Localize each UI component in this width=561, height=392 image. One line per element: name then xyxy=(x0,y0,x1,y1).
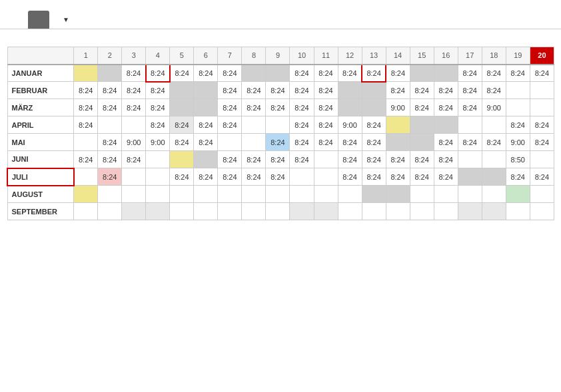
cell-juli-day-15[interactable]: 8:24 xyxy=(410,168,434,186)
cell-august-day-7[interactable] xyxy=(218,186,242,203)
cell-mai-day-1[interactable] xyxy=(74,134,98,151)
cell-februar-day-13[interactable] xyxy=(362,82,386,99)
cell-september-day-7[interactable] xyxy=(218,203,242,220)
cell-märz-day-1[interactable]: 8:24 xyxy=(74,99,98,116)
cell-juni-day-6[interactable] xyxy=(194,151,218,168)
cell-februar-day-11[interactable]: 8:24 xyxy=(314,82,338,99)
cell-august-day-17[interactable] xyxy=(458,186,482,203)
cell-august-day-19[interactable] xyxy=(506,186,530,203)
cell-februar-day-8[interactable]: 8:24 xyxy=(242,82,266,99)
cell-september-day-3[interactable] xyxy=(122,203,146,220)
cell-august-day-20[interactable] xyxy=(530,186,554,203)
cell-april-day-19[interactable]: 8:24 xyxy=(506,116,530,134)
cell-august-day-5[interactable] xyxy=(170,186,194,203)
cell-april-day-18[interactable] xyxy=(482,116,506,134)
cell-februar-day-1[interactable]: 8:24 xyxy=(74,82,98,99)
cell-juli-day-11[interactable] xyxy=(314,168,338,186)
cell-märz-day-18[interactable]: 9:00 xyxy=(482,99,506,116)
cell-januar-day-2[interactable] xyxy=(98,65,122,82)
cell-februar-day-6[interactable] xyxy=(194,82,218,99)
cell-februar-day-10[interactable]: 8:24 xyxy=(290,82,314,99)
cell-märz-day-10[interactable]: 8:24 xyxy=(290,99,314,116)
cell-september-day-5[interactable] xyxy=(170,203,194,220)
cell-september-day-11[interactable] xyxy=(314,203,338,220)
cell-juli-day-16[interactable]: 8:24 xyxy=(434,168,458,186)
cell-juni-day-4[interactable] xyxy=(146,151,170,168)
cell-januar-day-14[interactable]: 8:24 xyxy=(386,65,410,82)
cell-märz-day-7[interactable]: 8:24 xyxy=(218,99,242,116)
cell-januar-day-1[interactable] xyxy=(74,65,98,82)
cell-april-day-2[interactable] xyxy=(98,116,122,134)
cell-januar-day-20[interactable]: 8:24 xyxy=(530,65,554,82)
cell-april-day-12[interactable]: 9:00 xyxy=(338,116,362,134)
cell-mai-day-12[interactable]: 8:24 xyxy=(338,134,362,151)
nav-mein-team[interactable] xyxy=(80,11,101,29)
cell-juli-day-10[interactable] xyxy=(290,168,314,186)
cell-april-day-8[interactable] xyxy=(242,116,266,134)
cell-august-day-15[interactable] xyxy=(410,186,434,203)
nav-information[interactable]: ▼ xyxy=(49,11,80,29)
cell-februar-day-16[interactable]: 8:24 xyxy=(434,82,458,99)
cell-märz-day-19[interactable] xyxy=(506,99,530,116)
cell-juni-day-19[interactable]: 8:50 xyxy=(506,151,530,168)
prev-year-button[interactable] xyxy=(262,39,270,41)
cell-märz-day-8[interactable]: 8:24 xyxy=(242,99,266,116)
cell-juli-day-13[interactable]: 8:24 xyxy=(362,168,386,186)
cell-januar-day-8[interactable] xyxy=(242,65,266,82)
cell-april-day-16[interactable] xyxy=(434,116,458,134)
cell-märz-day-4[interactable]: 8:24 xyxy=(146,99,170,116)
cell-mai-day-15[interactable] xyxy=(410,134,434,151)
cell-april-day-9[interactable] xyxy=(266,116,290,134)
cell-juli-day-18[interactable] xyxy=(482,168,506,186)
cell-april-day-17[interactable] xyxy=(458,116,482,134)
cell-mai-day-16[interactable]: 8:24 xyxy=(434,134,458,151)
cell-juli-day-4[interactable] xyxy=(146,168,170,186)
cell-mai-day-11[interactable]: 8:24 xyxy=(314,134,338,151)
cell-februar-day-4[interactable]: 8:24 xyxy=(146,82,170,99)
cell-januar-day-3[interactable]: 8:24 xyxy=(122,65,146,82)
cell-juni-day-1[interactable]: 8:24 xyxy=(74,151,98,168)
cell-august-day-18[interactable] xyxy=(482,186,506,203)
cell-april-day-1[interactable]: 8:24 xyxy=(74,116,98,134)
cell-august-day-16[interactable] xyxy=(434,186,458,203)
cell-august-day-13[interactable] xyxy=(362,186,386,203)
cell-april-day-5[interactable]: 8:24 xyxy=(170,116,194,134)
cell-august-day-14[interactable] xyxy=(386,186,410,203)
cell-märz-day-20[interactable] xyxy=(530,99,554,116)
cell-januar-day-10[interactable]: 8:24 xyxy=(290,65,314,82)
nav-zeiterfassung[interactable] xyxy=(7,11,28,29)
cell-september-day-1[interactable] xyxy=(74,203,98,220)
cell-juli-day-2[interactable]: 8:24 xyxy=(98,168,122,186)
cell-august-day-12[interactable] xyxy=(338,186,362,203)
nav-planung[interactable] xyxy=(101,11,123,29)
cell-januar-day-6[interactable]: 8:24 xyxy=(194,65,218,82)
cell-september-day-9[interactable] xyxy=(266,203,290,220)
cell-juli-day-6[interactable]: 8:24 xyxy=(194,168,218,186)
cell-juli-day-3[interactable] xyxy=(122,168,146,186)
cell-september-day-14[interactable] xyxy=(386,203,410,220)
cell-mai-day-5[interactable]: 8:24 xyxy=(170,134,194,151)
cell-august-day-6[interactable] xyxy=(194,186,218,203)
cell-september-day-18[interactable] xyxy=(482,203,506,220)
cell-mai-day-19[interactable]: 9:00 xyxy=(506,134,530,151)
cell-mai-day-8[interactable] xyxy=(242,134,266,151)
cell-august-day-3[interactable] xyxy=(122,186,146,203)
cell-juli-day-1[interactable] xyxy=(74,168,98,186)
cell-mai-day-17[interactable]: 8:24 xyxy=(458,134,482,151)
cell-februar-day-14[interactable]: 8:24 xyxy=(386,82,410,99)
cell-januar-day-19[interactable]: 8:24 xyxy=(506,65,530,82)
cell-juni-day-3[interactable]: 8:24 xyxy=(122,151,146,168)
cell-juli-day-20[interactable]: 8:24 xyxy=(530,168,554,186)
cell-märz-day-5[interactable] xyxy=(170,99,194,116)
nav-projekte[interactable] xyxy=(123,11,144,29)
cell-januar-day-9[interactable] xyxy=(266,65,290,82)
cell-januar-day-5[interactable]: 8:24 xyxy=(170,65,194,82)
cell-mai-day-7[interactable] xyxy=(218,134,242,151)
cell-märz-day-14[interactable]: 9:00 xyxy=(386,99,410,116)
cell-februar-day-3[interactable]: 8:24 xyxy=(122,82,146,99)
cell-januar-day-17[interactable]: 8:24 xyxy=(458,65,482,82)
cell-juni-day-7[interactable]: 8:24 xyxy=(218,151,242,168)
cell-august-day-8[interactable] xyxy=(242,186,266,203)
cell-juni-day-17[interactable] xyxy=(458,151,482,168)
cell-mai-day-4[interactable]: 9:00 xyxy=(146,134,170,151)
